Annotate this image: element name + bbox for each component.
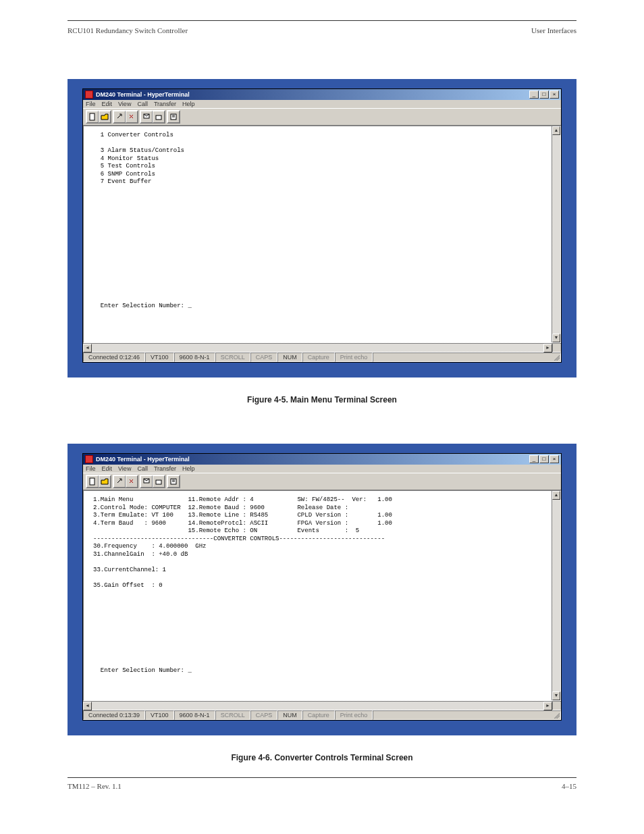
- status-printecho: Print echo: [335, 710, 373, 720]
- scroll-left-icon[interactable]: ◄: [83, 344, 92, 353]
- status-capture: Capture: [302, 710, 335, 720]
- menu-help[interactable]: Help: [182, 465, 195, 472]
- scroll-up-icon[interactable]: ▲: [552, 126, 560, 135]
- doc-footer-right: 4–15: [562, 782, 576, 790]
- status-emulation: VT100: [145, 353, 174, 362]
- menu-transfer[interactable]: Transfer: [154, 101, 176, 107]
- status-emulation: VT100: [145, 710, 174, 720]
- disconnect-icon[interactable]: [126, 475, 138, 488]
- menu-call[interactable]: Call: [137, 465, 148, 472]
- menu-call[interactable]: Call: [137, 101, 148, 107]
- menubar[interactable]: File Edit View Call Transfer Help: [83, 465, 561, 473]
- svg-rect-8: [156, 480, 161, 484]
- status-capture: Capture: [302, 353, 335, 362]
- window-titlebar[interactable]: DM240 Terminal - HyperTerminal _ □ ×: [83, 89, 561, 100]
- status-num: NUM: [277, 710, 302, 720]
- resize-grip-icon[interactable]: [552, 711, 560, 719]
- status-caps: CAPS: [250, 710, 278, 720]
- svg-rect-0: [90, 113, 95, 120]
- properties-icon[interactable]: [167, 475, 180, 488]
- receive-icon[interactable]: [153, 475, 165, 488]
- scroll-up-icon[interactable]: ▲: [552, 491, 560, 500]
- scroll-track-h[interactable]: [92, 344, 543, 352]
- menu-transfer[interactable]: Transfer: [154, 465, 176, 472]
- doc-header-left: RCU101 Redundancy Switch Controller: [68, 26, 188, 34]
- status-baud: 9600 8-N-1: [174, 710, 215, 720]
- toolbar: [83, 108, 561, 126]
- maximize-button[interactable]: □: [539, 455, 549, 463]
- scroll-corner: [552, 343, 561, 352]
- scroll-right-icon[interactable]: ►: [543, 702, 552, 710]
- status-scroll: SCROLL: [215, 710, 250, 720]
- hyperterminal-window: DM240 Terminal - HyperTerminal _ □ × Fil…: [82, 88, 562, 363]
- status-printecho: Print echo: [335, 353, 373, 362]
- terminal-content: 1 Converter Controls 3 Alarm Status/Cont…: [84, 126, 552, 342]
- maximize-button[interactable]: □: [539, 90, 549, 99]
- receive-icon[interactable]: [153, 111, 165, 123]
- scroll-track-v[interactable]: [552, 500, 560, 692]
- statusbar: Connected 0:13:39 VT100 9600 8-N-1 SCROL…: [83, 710, 561, 720]
- minimize-button[interactable]: _: [529, 90, 539, 99]
- open-icon[interactable]: [99, 475, 111, 488]
- disconnect-icon[interactable]: [126, 111, 138, 123]
- app-icon: [85, 455, 93, 463]
- status-baud: 9600 8-N-1: [174, 353, 215, 362]
- horizontal-scrollbar[interactable]: ◄ ►: [83, 343, 552, 352]
- menu-edit[interactable]: Edit: [102, 101, 113, 107]
- figure-2-caption: Figure 4-6. Converter Controls Terminal …: [68, 753, 576, 762]
- close-button[interactable]: ×: [549, 455, 559, 463]
- scroll-corner: [552, 701, 561, 710]
- new-icon[interactable]: [86, 111, 99, 123]
- menu-view[interactable]: View: [118, 465, 131, 472]
- send-icon[interactable]: [140, 475, 153, 488]
- status-num: NUM: [277, 353, 302, 362]
- open-icon[interactable]: [99, 111, 111, 123]
- svg-rect-6: [90, 478, 95, 485]
- new-icon[interactable]: [86, 475, 99, 488]
- menubar[interactable]: File Edit View Call Transfer Help: [83, 100, 561, 108]
- window-title: DM240 Terminal - HyperTerminal: [96, 91, 529, 98]
- statusbar: Connected 0:12:46 VT100 9600 8-N-1 SCROL…: [83, 352, 561, 362]
- properties-icon[interactable]: [167, 111, 180, 123]
- scroll-right-icon[interactable]: ►: [543, 344, 552, 353]
- hyperterminal-window: DM240 Terminal - HyperTerminal _ □ × Fil…: [82, 453, 562, 721]
- menu-edit[interactable]: Edit: [102, 465, 113, 472]
- svg-rect-2: [156, 115, 161, 120]
- doc-header-right: User Interfaces: [531, 26, 576, 34]
- scroll-down-icon[interactable]: ▼: [552, 692, 560, 700]
- horizontal-scrollbar[interactable]: ◄ ►: [83, 701, 552, 710]
- app-icon: [85, 90, 93, 99]
- status-scroll: SCROLL: [215, 353, 250, 362]
- doc-footer-left: TM112 – Rev. 1.1: [68, 782, 122, 790]
- menu-file[interactable]: File: [86, 101, 96, 107]
- vertical-scrollbar[interactable]: ▲ ▼: [552, 126, 560, 342]
- window-titlebar[interactable]: DM240 Terminal - HyperTerminal _ □ ×: [83, 454, 561, 465]
- window-title: DM240 Terminal - HyperTerminal: [96, 456, 529, 463]
- status-connected: Connected 0:12:46: [83, 353, 145, 362]
- send-icon[interactable]: [140, 111, 153, 123]
- terminal-area[interactable]: 1 Converter Controls 3 Alarm Status/Cont…: [83, 126, 561, 343]
- menu-view[interactable]: View: [118, 101, 131, 107]
- status-connected: Connected 0:13:39: [83, 710, 145, 720]
- connect-icon[interactable]: [113, 475, 126, 488]
- figure-2: DM240 Terminal - HyperTerminal _ □ × Fil…: [68, 444, 576, 735]
- resize-grip-icon[interactable]: [552, 353, 560, 361]
- minimize-button[interactable]: _: [529, 455, 539, 463]
- connect-icon[interactable]: [113, 111, 126, 123]
- close-button[interactable]: ×: [549, 90, 559, 99]
- scroll-track-h[interactable]: [92, 702, 543, 710]
- vertical-scrollbar[interactable]: ▲ ▼: [552, 491, 560, 700]
- status-caps: CAPS: [250, 353, 278, 362]
- menu-file[interactable]: File: [86, 465, 96, 472]
- terminal-content: 1.Main Menu 11.Remote Addr : 4 SW: FW/48…: [84, 491, 552, 700]
- scroll-down-icon[interactable]: ▼: [552, 334, 560, 342]
- figure-1-caption: Figure 4-5. Main Menu Terminal Screen: [68, 395, 576, 405]
- scroll-track-v[interactable]: [552, 135, 560, 334]
- figure-1: DM240 Terminal - HyperTerminal _ □ × Fil…: [68, 79, 576, 377]
- toolbar: [83, 473, 561, 490]
- scroll-left-icon[interactable]: ◄: [83, 702, 92, 710]
- terminal-area[interactable]: 1.Main Menu 11.Remote Addr : 4 SW: FW/48…: [83, 490, 561, 701]
- menu-help[interactable]: Help: [182, 101, 195, 107]
